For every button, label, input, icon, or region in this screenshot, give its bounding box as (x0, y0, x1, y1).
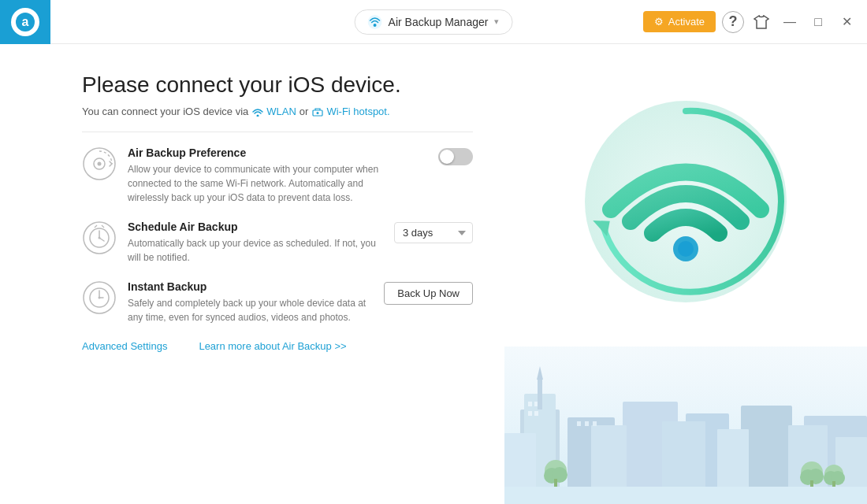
left-panel: Please connect your iOS device. You can … (0, 44, 504, 504)
instant-content: Instant Backup Safely and completely bac… (128, 280, 373, 324)
schedule-control: 1 day 2 days 3 days 7 days (394, 220, 473, 243)
wlan-icon (251, 107, 264, 117)
backup-now-button[interactable]: Back Up Now (384, 282, 473, 305)
activate-button[interactable]: ⚙ Activate (643, 11, 716, 32)
main-content: Please connect your iOS device. You can … (0, 44, 867, 504)
svg-rect-43 (534, 411, 538, 416)
schedule-icon (82, 220, 117, 255)
app-logo-letter: a (11, 8, 39, 36)
svg-rect-44 (577, 421, 581, 426)
advanced-settings-link[interactable]: Advanced Settings (82, 340, 167, 352)
titlebar-right: ⚙ Activate ? — □ ✕ (643, 11, 858, 33)
svg-rect-46 (593, 421, 597, 426)
svg-rect-62 (504, 487, 867, 504)
instant-control: Back Up Now (384, 280, 473, 305)
learn-more-link[interactable]: Learn more about Air Backup >> (199, 340, 346, 352)
svg-point-4 (257, 114, 259, 117)
activate-icon: ⚙ (654, 16, 664, 28)
wlan-link[interactable]: WLAN (251, 106, 296, 117)
titlebar-center: Air Backup Manager ▾ (355, 9, 513, 35)
svg-rect-42 (528, 411, 532, 416)
restore-button[interactable]: □ (807, 11, 829, 33)
instant-backup-icon (82, 280, 117, 315)
wifi-small-icon (368, 15, 382, 29)
svg-rect-40 (528, 402, 532, 406)
right-panel (504, 44, 867, 504)
schedule-desc: Automatically back up your device as sch… (128, 236, 380, 265)
help-button[interactable]: ? (722, 11, 744, 33)
app-dropdown[interactable]: Air Backup Manager ▾ (355, 9, 513, 35)
divider (82, 132, 473, 132)
svg-line-16 (102, 225, 104, 228)
schedule-row: Schedule Air Backup Automatically back u… (82, 220, 473, 265)
instant-backup-row: Instant Backup Safely and completely bac… (82, 280, 473, 324)
instant-title: Instant Backup (128, 280, 373, 293)
air-backup-row: Air Backup Preference Allow your device … (82, 146, 473, 205)
air-backup-toggle-container (438, 146, 473, 165)
air-backup-toggle[interactable] (438, 148, 473, 165)
instant-desc: Safely and completely back up your whole… (128, 296, 373, 324)
svg-rect-47 (538, 378, 542, 410)
shirt-icon[interactable] (750, 11, 772, 33)
svg-rect-45 (585, 421, 589, 426)
air-backup-icon (82, 146, 117, 181)
svg-point-2 (368, 15, 382, 29)
dropdown-label: Air Backup Manager (389, 16, 489, 28)
wifi-illustration (575, 91, 796, 312)
svg-text:a: a (22, 15, 29, 28)
svg-point-21 (99, 297, 101, 299)
air-backup-desc: Allow your device to communicate with yo… (128, 162, 380, 205)
subtitle-prefix: You can connect your iOS device via (82, 106, 248, 117)
cityscape (504, 346, 867, 504)
svg-point-14 (99, 237, 101, 239)
svg-point-3 (374, 24, 377, 27)
wifi-hotspot-link[interactable]: Wi-Fi hotspot. (311, 106, 389, 117)
air-backup-title: Air Backup Preference (128, 146, 427, 159)
close-button[interactable]: ✕ (835, 11, 858, 33)
schedule-title: Schedule Air Backup (128, 220, 383, 233)
links-row: Advanced Settings Learn more about Air B… (82, 340, 473, 352)
hotspot-icon (311, 107, 324, 117)
page-title: Please connect your iOS device. (82, 72, 473, 98)
minimize-button[interactable]: — (779, 11, 801, 33)
svg-point-9 (98, 162, 102, 166)
app-logo: a (0, 0, 50, 44)
air-backup-content: Air Backup Preference Allow your device … (128, 146, 427, 205)
titlebar: a Air Backup Manager ▾ ⚙ Activate ? (0, 0, 867, 44)
subtitle: You can connect your iOS device via WLAN… (82, 106, 473, 117)
svg-point-6 (317, 112, 319, 114)
activate-label: Activate (668, 16, 705, 28)
svg-point-25 (678, 241, 694, 257)
schedule-content: Schedule Air Backup Automatically back u… (128, 220, 383, 265)
titlebar-left: a (0, 0, 50, 44)
schedule-select[interactable]: 1 day 2 days 3 days 7 days (394, 222, 473, 243)
svg-line-15 (95, 225, 97, 228)
chevron-down-icon: ▾ (494, 17, 499, 27)
